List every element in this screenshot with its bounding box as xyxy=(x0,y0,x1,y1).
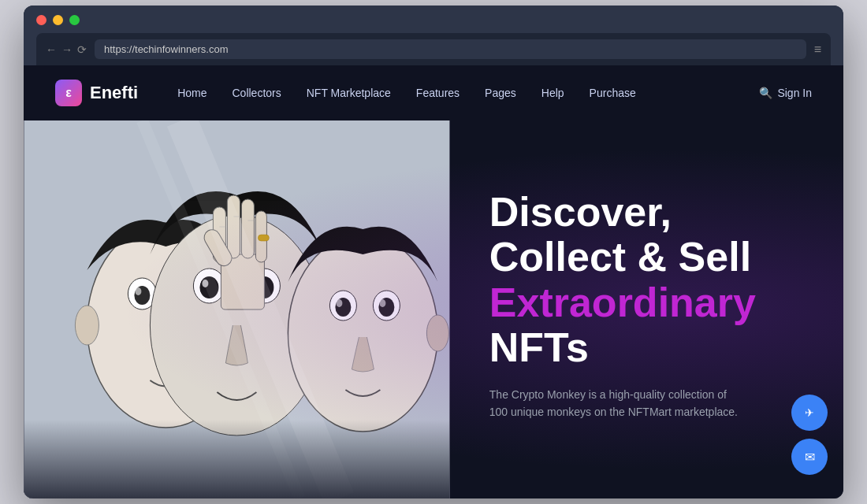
forward-button[interactable]: → xyxy=(61,43,73,56)
logo[interactable]: ε Enefti xyxy=(55,80,138,106)
reload-button[interactable]: ⟳ xyxy=(77,43,87,56)
maximize-button[interactable] xyxy=(69,15,80,25)
svg-rect-23 xyxy=(258,235,269,241)
minimize-button[interactable] xyxy=(53,15,63,25)
nav-links: Home Collectors NFT Marketplace Features… xyxy=(177,87,759,99)
hero-image-area xyxy=(24,120,450,498)
nav-pages[interactable]: Pages xyxy=(485,87,516,99)
svg-point-5 xyxy=(135,287,141,295)
browser-menu-icon[interactable]: ≡ xyxy=(814,43,821,57)
svg-point-30 xyxy=(379,299,385,307)
logo-letter: ε xyxy=(65,86,72,100)
hero-content: Discover, Collect & Sell Extraordinary N… xyxy=(450,120,843,498)
hero-title-line2: Collect & Sell xyxy=(489,234,751,280)
nav-help[interactable]: Help xyxy=(541,87,564,99)
email-icon: ✉ xyxy=(805,450,815,465)
telegram-button[interactable]: ✈ xyxy=(791,395,828,431)
website-content: ε Enefti Home Collectors NFT Marketplace… xyxy=(24,65,843,498)
telegram-icon: ✈ xyxy=(805,406,814,419)
search-icon: 🔍 xyxy=(759,87,772,99)
nav-nft-marketplace[interactable]: NFT Marketplace xyxy=(307,87,391,99)
nav-collectors[interactable]: Collectors xyxy=(232,87,281,99)
nav-home[interactable]: Home xyxy=(177,87,207,99)
nav-purchase[interactable]: Purchase xyxy=(590,87,636,99)
svg-point-27 xyxy=(336,299,342,307)
hero-section: Discover, Collect & Sell Extraordinary N… xyxy=(24,120,843,498)
back-button[interactable]: ← xyxy=(46,43,57,56)
floating-buttons: ✈ ✉ xyxy=(791,395,828,475)
hero-title-highlight: Extraordinary xyxy=(489,280,756,325)
logo-name: Enefti xyxy=(90,83,138,103)
sign-in-button[interactable]: 🔍 Sign In xyxy=(759,87,812,99)
nav-features[interactable]: Features xyxy=(416,87,460,99)
url-bar[interactable] xyxy=(95,39,806,59)
email-button[interactable]: ✉ xyxy=(791,439,828,475)
hero-title: Discover, Collect & Sell Extraordinary N… xyxy=(489,190,812,370)
navbar: ε Enefti Home Collectors NFT Marketplace… xyxy=(24,65,843,120)
browser-window: ← → ⟳ ≡ ε Enefti Home Collectors NFT Mar… xyxy=(24,6,843,498)
hero-image xyxy=(24,120,450,498)
nav-buttons: ← → ⟳ xyxy=(46,43,87,56)
hero-title-line1: Discover, xyxy=(489,189,672,235)
close-button[interactable] xyxy=(36,15,47,25)
traffic-lights xyxy=(36,15,831,25)
sign-in-label: Sign In xyxy=(777,87,812,99)
address-bar-row: ← → ⟳ ≡ xyxy=(36,33,831,65)
svg-point-31 xyxy=(426,315,448,351)
hero-title-nfts: NFTs xyxy=(489,324,589,370)
browser-chrome: ← → ⟳ ≡ xyxy=(24,6,843,65)
svg-point-6 xyxy=(75,306,99,345)
logo-icon: ε xyxy=(55,80,82,106)
svg-rect-34 xyxy=(24,420,449,498)
hero-description: The Crypto Monkey is a high-quality coll… xyxy=(489,386,742,421)
